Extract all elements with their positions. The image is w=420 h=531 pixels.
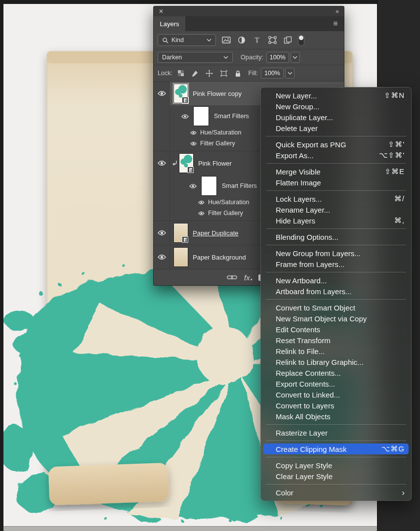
menu-separator [266,136,406,136]
visibility-eye-icon[interactable] [181,114,189,119]
menu-item-reset-transform[interactable]: Reset Transform [261,335,411,346]
lock-artboard-icon[interactable] [219,69,228,77]
menu-item-new-group[interactable]: New Group... [261,101,411,112]
visibility-eye-icon[interactable] [154,245,169,269]
visibility-eye-icon[interactable] [190,131,197,135]
visibility-eye-icon[interactable] [198,200,205,205]
fill-value[interactable]: 100% [261,68,284,79]
panel-titlebar: ✕ « [154,6,344,16]
visibility-eye-icon[interactable] [154,82,169,105]
menu-item-copy-layer-style[interactable]: Copy Layer Style [261,460,411,471]
lock-transparency-icon[interactable] [176,69,185,77]
menu-separator [266,441,406,441]
effect-label: Filter Gallery [200,140,235,147]
layer-name[interactable]: Paper Background [193,254,246,261]
filter-smart-object-icon[interactable] [283,36,293,44]
close-icon[interactable]: ✕ [159,8,164,14]
lock-row: Lock: Fill: 100% [154,65,344,82]
visibility-eye-icon[interactable] [189,183,197,189]
panel-tab-bar: Layers ≡ [154,16,344,31]
layer-context-menu: New Layer...⇧⌘N New Group... Duplicate L… [260,87,412,501]
filter-pixel-layers-icon[interactable] [221,36,231,44]
blend-mode-select[interactable]: Darken [158,52,233,63]
menu-separator [266,272,406,272]
opacity-dropdown-button[interactable] [291,52,300,63]
menu-item-export-contents[interactable]: Export Contents... [261,378,411,389]
layer-thumbnail[interactable] [179,153,194,173]
menu-item-hide-layers[interactable]: Hide Layers⌘, [261,215,411,226]
menu-item-new-layer[interactable]: New Layer...⇧⌘N [261,90,411,101]
visibility-eye-icon[interactable] [154,151,169,175]
menu-item-relink-to-file[interactable]: Relink to File... [261,346,411,356]
layer-thumbnail[interactable] [173,223,188,243]
layer-thumbnail[interactable] [173,247,188,267]
chevron-down-icon [207,39,211,42]
menu-item-convert-to-smart-object[interactable]: Convert to Smart Object [261,302,411,313]
menu-item-new-smart-object-via-copy[interactable]: New Smart Object via Copy [261,313,411,324]
opacity-label: Opacity: [241,54,263,61]
filter-shape-icon[interactable] [267,36,277,44]
visibility-eye-icon[interactable] [190,141,197,146]
menu-item-replace-contents[interactable]: Replace Contents... [261,367,411,378]
menu-item-relink-to-library-graphic[interactable]: Relink to Library Graphic... [261,356,411,367]
menu-item-frame-from-layers[interactable]: Frame from Layers... [261,259,411,269]
smart-object-badge-icon [187,167,194,173]
smart-filters-label: Smart Filters [214,113,249,120]
visibility-eye-icon[interactable] [198,211,205,216]
visibility-eye-icon[interactable] [154,221,169,245]
smart-filters-label: Smart Filters [222,182,257,189]
fill-dropdown-button[interactable] [285,68,294,79]
filter-toggle-knob [299,36,303,40]
effect-label: Filter Gallery [208,210,243,217]
opacity-value[interactable]: 100% [266,52,289,63]
smart-object-badge-icon [182,97,188,103]
lock-position-move-icon[interactable] [205,69,214,77]
menu-separator [266,190,406,191]
menu-item-convert-to-linked[interactable]: Convert to Linked... [261,389,411,400]
menu-separator [266,245,406,245]
menu-item-quick-export-png[interactable]: Quick Export as PNG⇧⌘' [261,139,411,150]
panel-menu-icon[interactable]: ≡ [327,16,344,31]
layer-thumbnail[interactable] [173,84,188,103]
menu-item-lock-layers[interactable]: Lock Layers...⌘/ [261,193,411,204]
submenu-arrow-icon: › [402,488,405,497]
tab-layers[interactable]: Layers [154,16,185,31]
layer-filter-row: Kind T [154,31,344,49]
menu-item-artboard-from-layers[interactable]: Artboard from Layers... [261,286,411,297]
menu-separator [266,424,406,425]
layer-style-fx-icon[interactable]: fx▾ [244,273,252,282]
menu-item-rename-layer[interactable]: Rename Layer... [261,204,411,215]
layer-name[interactable]: Paper Duplicate [193,229,239,237]
menu-item-export-as[interactable]: Export As...⌥⇧⌘' [261,150,411,161]
menu-item-rasterize-layer[interactable]: Rasterize Layer [261,427,411,438]
filter-adjustment-icon[interactable] [237,36,247,44]
menu-item-convert-to-layers[interactable]: Convert to Layers [261,400,411,411]
menu-item-edit-contents[interactable]: Edit Contents [261,324,411,335]
menu-item-delete-layer[interactable]: Delete Layer [261,123,411,133]
lock-all-padlock-icon[interactable] [234,69,243,77]
menu-item-new-artboard[interactable]: New Artboard... [261,275,411,286]
menu-item-duplicate-layer[interactable]: Duplicate Layer... [261,112,411,123]
menu-item-mask-all-objects[interactable]: Mask All Objects [261,411,411,422]
layer-name[interactable]: Pink Flower [198,160,232,167]
filter-mask-thumbnail[interactable] [193,106,209,126]
collapse-panel-icon[interactable]: « [336,8,339,14]
menu-item-blending-options[interactable]: Blending Options... [261,231,411,242]
menu-item-create-clipping-mask[interactable]: Create Clipping Mask⌥⌘G [263,443,409,454]
link-layers-icon[interactable] [227,274,237,280]
filter-toggle[interactable] [298,35,304,46]
lock-pixels-brush-icon[interactable] [191,69,200,77]
menu-item-clear-layer-style[interactable]: Clear Layer Style [261,471,411,482]
menu-item-flatten-image[interactable]: Flatten Image [261,177,411,188]
filter-kind-dropdown[interactable]: Kind [158,34,216,46]
filter-type-icon[interactable]: T [252,36,262,44]
menu-separator [266,299,406,300]
menu-separator [266,228,406,229]
filter-mask-thumbnail[interactable] [201,176,217,196]
menu-item-color[interactable]: Color› [261,487,411,498]
layer-name[interactable]: Pink Flower copy [193,90,242,97]
menu-item-merge-visible[interactable]: Merge Visible⇧⌘E [261,166,411,177]
menu-item-new-group-from-layers[interactable]: New Group from Layers... [261,248,411,259]
window-frame-left [0,4,3,531]
chevron-down-icon [223,56,228,59]
